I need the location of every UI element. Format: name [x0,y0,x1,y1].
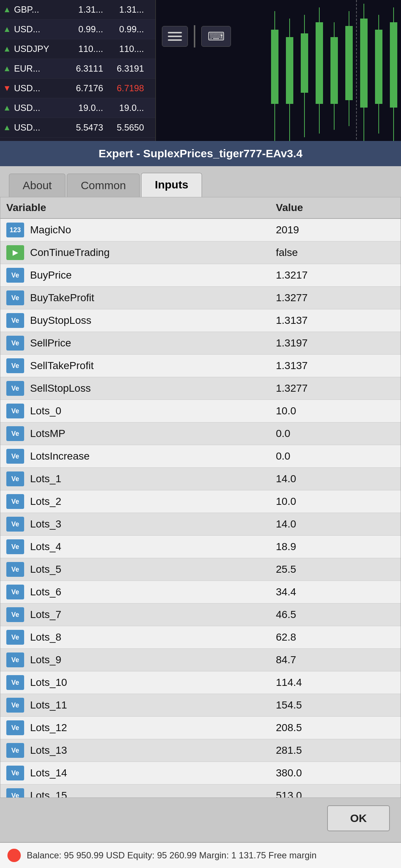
table-row[interactable]: Ve Lots_14 380.0 [0,762,401,785]
svg-rect-3 [286,37,293,104]
column-value-header: Value [276,202,395,214]
candlestick-chart [156,0,401,141]
var-value: 10.0 [276,405,395,417]
table-row[interactable]: Ve SellStopLoss 1.3277 [0,377,401,400]
tab-inputs[interactable]: Inputs [141,173,202,197]
table-row[interactable]: Ve SellPrice 1.3197 [0,332,401,355]
price1: 19.0... [62,103,103,113]
var-icon: Ve [6,766,24,780]
table-row[interactable]: ▶ ConTinueTrading false [0,241,401,264]
var-name: Lots_7 [30,609,276,621]
table-row[interactable]: Ve LotsIncrease 0.0 [0,445,401,468]
tabs-row: About Common Inputs [0,166,401,197]
trading-row[interactable]: ▲ USD... 0.99... 0.99... [0,20,155,39]
svg-rect-13 [360,19,368,108]
inputs-table: Variable Value 123 MagicNo 2019 ▶ ConTin… [0,197,401,798]
symbol: USD... [14,122,62,133]
price1: 1.31... [62,4,103,15]
table-row[interactable]: 123 MagicNo 2019 [0,219,401,241]
table-row[interactable]: Ve LotsMP 0.0 [0,423,401,445]
column-variable-header: Variable [6,202,276,214]
price1: 6.3111 [62,63,103,74]
arrow-icon: ▲ [3,44,11,54]
var-icon: Ve [6,630,24,645]
ok-button[interactable]: OK [327,805,390,831]
table-scroll[interactable]: 123 MagicNo 2019 ▶ ConTinueTrading false… [0,219,401,798]
var-icon: Ve [6,404,24,418]
arrow-icon: ▲ [3,64,11,73]
status-bar: Balance: 95 950.99 USD Equity: 95 260.99… [0,842,401,868]
table-row[interactable]: Ve Lots_13 281.5 [0,739,401,762]
price2: 6.3191 [103,63,144,74]
table-row[interactable]: Ve Lots_7 46.5 [0,604,401,626]
var-icon: Ve [6,607,24,622]
table-row[interactable]: Ve Lots_1 14.0 [0,468,401,490]
var-name: SellPrice [30,337,276,349]
var-value: 1.3277 [276,382,395,394]
trading-row[interactable]: ▲ USDJPY 110.... 110.... [0,39,155,59]
var-icon: Ve [6,471,24,486]
trading-row[interactable]: ▲ GBP... 1.31... 1.31... [0,0,155,20]
tab-about[interactable]: About [9,174,65,197]
var-icon: Ve [6,336,24,351]
var-icon: Ve [6,743,24,758]
table-row[interactable]: Ve BuyStopLoss 1.3137 [0,309,401,332]
var-name: BuyStopLoss [30,315,276,326]
tab-common[interactable]: Common [67,174,140,197]
price2: 1.31... [103,4,144,15]
svg-rect-7 [316,22,323,104]
var-name: BuyTakeProfit [30,292,276,304]
svg-rect-1 [271,30,278,104]
table-row[interactable]: Ve Lots_3 14.0 [0,513,401,536]
table-row[interactable]: Ve Lots_8 62.8 [0,626,401,649]
keyboard-button[interactable]: ⌨ [201,26,231,47]
table-row[interactable]: Ve Lots_5 25.5 [0,558,401,581]
var-icon: Ve [6,652,24,667]
dialog-wrapper: Expert - SupIexPrices_tiger777-EAv3.4 Ab… [0,141,401,842]
var-icon: Ve [6,517,24,532]
status-icon [7,849,21,862]
table-row[interactable]: Ve Lots_9 84.7 [0,649,401,671]
table-row[interactable]: Ve Lots_6 34.4 [0,581,401,604]
var-name: MagicNo [30,224,276,236]
svg-rect-15 [375,30,382,104]
table-row[interactable]: Ve SellTakeProfit 1.3137 [0,355,401,377]
var-name: Lots_12 [30,722,276,734]
trading-row[interactable]: ▲ USD... 19.0... 19.0... [0,98,155,118]
dialog-title-bar: Expert - SupIexPrices_tiger777-EAv3.4 [0,141,401,166]
var-icon: Ve [6,788,24,798]
table-row[interactable]: Ve BuyTakeProfit 1.3277 [0,287,401,309]
table-row[interactable]: Ve Lots_10 114.4 [0,671,401,694]
var-value: 0.0 [276,450,395,462]
trading-row[interactable]: ▲ USD... 5.5473 5.5650 [0,118,155,138]
var-value: 513.0 [276,790,395,798]
price2: 5.5650 [103,122,144,133]
svg-rect-11 [345,26,353,100]
table-row[interactable]: Ve Lots_0 10.0 [0,400,401,423]
trading-row[interactable]: ▲ EUR... 6.3111 6.3191 [0,59,155,79]
table-row[interactable]: Ve Lots_2 10.0 [0,490,401,513]
var-value: 1.3277 [276,292,395,304]
var-value: 1.3137 [276,360,395,372]
table-row[interactable]: Ve BuyPrice 1.3217 [0,264,401,287]
table-row[interactable]: Ve Lots_4 18.9 [0,536,401,558]
table-row[interactable]: Ve Lots_11 154.5 [0,694,401,717]
var-value: 1.3197 [276,337,395,349]
var-value: 154.5 [276,699,395,711]
table-row[interactable]: Ve Lots_12 208.5 [0,717,401,739]
price2: 19.0... [103,103,144,113]
var-icon: Ve [6,313,24,328]
var-icon: Ve [6,562,24,577]
var-icon: Ve [6,426,24,441]
var-name: Lots_1 [30,473,276,485]
var-value: 208.5 [276,722,395,734]
symbol: USD... [14,83,62,93]
var-name: Lots_6 [30,586,276,598]
var-icon: Ve [6,268,24,283]
price1: 0.99... [62,24,103,34]
table-row[interactable]: Ve Lots_15 513.0 [0,785,401,798]
var-name: BuyPrice [30,269,276,281]
hamburger-menu-button[interactable] [162,26,188,47]
symbol: EUR... [14,63,62,74]
trading-row[interactable]: ▼ USD... 6.7176 6.7198 [0,79,155,98]
